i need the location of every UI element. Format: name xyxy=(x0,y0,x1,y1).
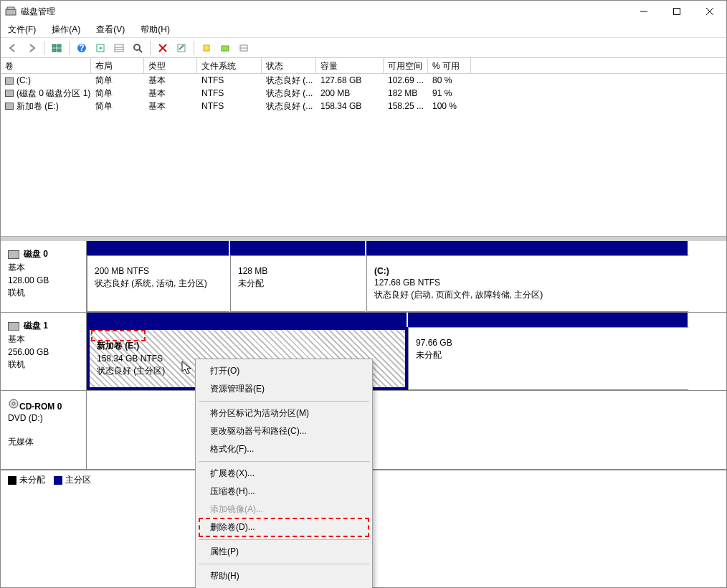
partition-line1: 200 MB NTFS xyxy=(95,266,222,276)
partition-name: (C:) xyxy=(374,266,680,276)
drive-icon xyxy=(5,103,14,110)
col-layout[interactable]: 布局 xyxy=(91,58,144,73)
partition[interactable]: 200 MB NTFS状态良好 (系统, 活动, 主分区) xyxy=(87,255,230,312)
cell-name: (C:) xyxy=(2,75,92,85)
delete-button[interactable] xyxy=(155,40,171,56)
cell-cap: 158.34 GB xyxy=(318,101,385,111)
partition-line2: 状态良好 (启动, 页面文件, 故障转储, 主分区) xyxy=(374,289,680,301)
cell-status: 状态良好 (... xyxy=(263,100,318,113)
partition-line2: 状态良好 (系统, 活动, 主分区) xyxy=(95,278,222,290)
disk-info[interactable]: 磁盘 0基本128.00 GB联机 xyxy=(1,241,87,312)
context-menu-item[interactable]: 资源管理器(E) xyxy=(197,380,371,398)
rescan-button[interactable] xyxy=(130,40,146,56)
context-menu-item[interactable]: 更改驱动器号和路径(C)... xyxy=(197,422,371,440)
cell-pct: 80 % xyxy=(429,75,472,85)
partition[interactable]: (C:)127.68 GB NTFS状态良好 (启动, 页面文件, 故障转储, … xyxy=(366,255,689,312)
partition[interactable]: 128 MB未分配 xyxy=(230,255,366,312)
partition-header xyxy=(230,241,366,255)
maximize-button[interactable] xyxy=(660,1,693,22)
col-free[interactable]: 可用空间 xyxy=(384,58,428,73)
disk-info[interactable]: 磁盘 1基本256.00 GB联机 xyxy=(1,313,87,390)
context-menu-separator xyxy=(199,564,369,564)
col-type[interactable]: 类型 xyxy=(144,58,197,73)
context-menu-item[interactable]: 帮助(H) xyxy=(197,567,371,585)
volume-header: 卷 布局 类型 文件系统 状态 容量 可用空间 % 可用 xyxy=(1,58,726,74)
title-bar: 磁盘管理 xyxy=(1,1,726,22)
disk-type: 基本 xyxy=(8,262,79,274)
views-button[interactable] xyxy=(49,40,65,56)
cell-layout: 简单 xyxy=(92,100,146,113)
col-status[interactable]: 状态 xyxy=(262,58,316,73)
context-menu-separator xyxy=(199,461,369,462)
context-menu-item[interactable]: 扩展卷(X)... xyxy=(197,465,371,483)
table-row[interactable]: (C:)简单基本NTFS状态良好 (...127.68 GB102.69 ...… xyxy=(1,74,726,87)
cell-type: 基本 xyxy=(146,75,199,87)
context-menu-item[interactable]: 将分区标记为活动分区(M) xyxy=(197,404,371,422)
partition[interactable]: 97.66 GB未分配 xyxy=(408,327,689,390)
disk-status: 联机 xyxy=(8,359,79,371)
partition-header xyxy=(366,241,689,255)
window-controls xyxy=(627,1,726,22)
properties-button[interactable] xyxy=(174,40,189,56)
cell-status: 状态良好 (... xyxy=(263,75,318,87)
cell-type: 基本 xyxy=(146,100,199,113)
cell-fs: NTFS xyxy=(199,75,263,85)
svg-rect-6 xyxy=(52,44,56,47)
cell-cap: 200 MB xyxy=(318,88,385,98)
cell-layout: 简单 xyxy=(92,87,146,100)
cell-free: 182 MB xyxy=(385,88,429,98)
cell-name: (磁盘 0 磁盘分区 1) xyxy=(2,87,92,100)
context-menu-item[interactable]: 删除卷(D)... xyxy=(197,518,371,536)
col-pct[interactable]: % 可用 xyxy=(428,58,471,73)
refresh-button[interactable] xyxy=(92,40,108,56)
cell-cap: 127.68 GB xyxy=(318,75,385,85)
disk-label: CD-ROM 0 xyxy=(19,402,62,412)
svg-rect-1 xyxy=(7,7,14,9)
help-button[interactable]: ? xyxy=(74,40,90,56)
detail-button[interactable] xyxy=(111,40,127,56)
cell-pct: 91 % xyxy=(429,88,472,98)
menu-help[interactable]: 帮助(H) xyxy=(138,22,173,37)
disk-mgmt-icon xyxy=(5,6,16,17)
context-menu-separator xyxy=(199,401,369,402)
back-button[interactable] xyxy=(5,40,21,56)
menu-file[interactable]: 文件(F) xyxy=(5,22,39,37)
disk-label: 磁盘 1 xyxy=(24,321,48,331)
table-row[interactable]: (磁盘 0 磁盘分区 1)简单基本NTFS状态良好 (...200 MB182 … xyxy=(1,87,726,100)
new-volume-button[interactable] xyxy=(199,40,214,56)
list-button[interactable] xyxy=(236,40,252,56)
context-menu: 打开(O)资源管理器(E)将分区标记为活动分区(M)更改驱动器号和路径(C)..… xyxy=(195,359,373,588)
svg-rect-0 xyxy=(6,9,16,15)
menu-action[interactable]: 操作(A) xyxy=(49,22,83,37)
menu-bar: 文件(F) 操作(A) 查看(V) 帮助(H) xyxy=(1,22,726,38)
cell-fs: NTFS xyxy=(199,88,263,98)
context-menu-item[interactable]: 压缩卷(H)... xyxy=(197,483,371,501)
close-button[interactable] xyxy=(693,1,726,22)
svg-point-27 xyxy=(12,402,15,405)
context-menu-item[interactable]: 打开(O) xyxy=(197,362,371,380)
table-row[interactable]: 新加卷 (E:)简单基本NTFS状态良好 (...158.34 GB158.25… xyxy=(1,100,726,113)
context-menu-item: 添加镜像(A)... xyxy=(197,501,371,518)
window-title: 磁盘管理 xyxy=(21,6,55,18)
drive-icon xyxy=(5,90,14,97)
cell-free: 158.25 ... xyxy=(385,101,429,111)
disk-row: 磁盘 0基本128.00 GB联机200 MB NTFS状态良好 (系统, 活动… xyxy=(1,241,726,313)
partition-line1: 128 MB xyxy=(238,266,358,276)
partition-line2: 未分配 xyxy=(238,278,358,290)
col-cap[interactable]: 容量 xyxy=(316,58,384,73)
minimize-button[interactable] xyxy=(627,1,660,22)
svg-rect-13 xyxy=(115,44,123,52)
extend-button[interactable] xyxy=(217,40,233,56)
svg-line-17 xyxy=(139,49,142,52)
col-volume[interactable]: 卷 xyxy=(1,58,91,73)
partition-header xyxy=(87,241,230,255)
context-menu-item[interactable]: 格式化(F)... xyxy=(197,440,371,458)
col-fs[interactable]: 文件系统 xyxy=(197,58,262,73)
disk-type: 基本 xyxy=(8,333,79,346)
context-menu-item[interactable]: 属性(P) xyxy=(197,543,371,561)
svg-text:?: ? xyxy=(79,43,84,53)
forward-button[interactable] xyxy=(24,40,39,56)
menu-view[interactable]: 查看(V) xyxy=(93,22,128,37)
legend-primary: 主分区 xyxy=(54,474,91,486)
disk-info[interactable]: CD-ROM 0DVD (D:)无媒体 xyxy=(1,391,87,469)
